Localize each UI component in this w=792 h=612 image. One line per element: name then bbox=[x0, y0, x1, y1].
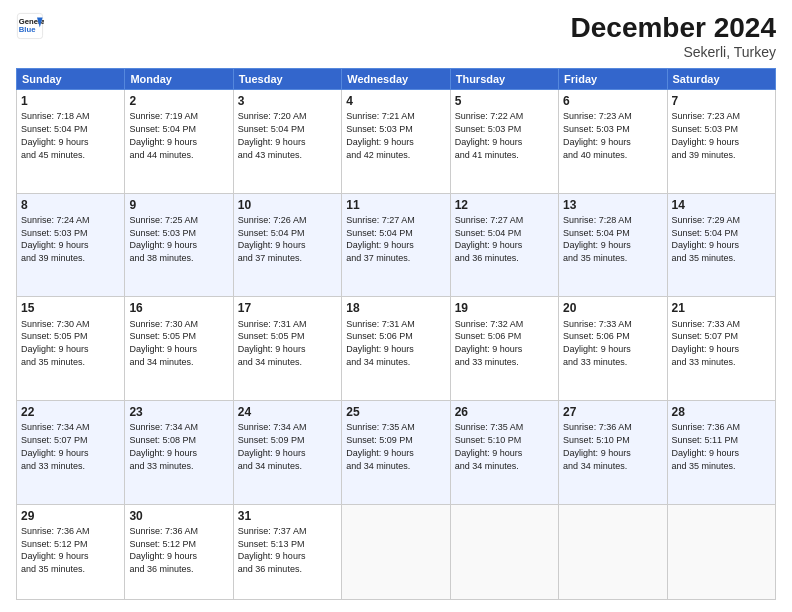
calendar-cell: 22Sunrise: 7:34 AM Sunset: 5:07 PM Dayli… bbox=[17, 400, 125, 504]
logo-icon: General Blue bbox=[16, 12, 44, 40]
weekday-header-row: SundayMondayTuesdayWednesdayThursdayFrid… bbox=[17, 69, 776, 90]
calendar-cell: 1Sunrise: 7:18 AM Sunset: 5:04 PM Daylig… bbox=[17, 90, 125, 194]
day-number: 2 bbox=[129, 93, 228, 109]
day-info: Sunrise: 7:27 AM Sunset: 5:04 PM Dayligh… bbox=[455, 215, 524, 263]
day-info: Sunrise: 7:37 AM Sunset: 5:13 PM Dayligh… bbox=[238, 526, 307, 574]
weekday-thursday: Thursday bbox=[450, 69, 558, 90]
day-info: Sunrise: 7:36 AM Sunset: 5:10 PM Dayligh… bbox=[563, 422, 632, 470]
logo: General Blue bbox=[16, 12, 44, 40]
calendar-cell: 25Sunrise: 7:35 AM Sunset: 5:09 PM Dayli… bbox=[342, 400, 450, 504]
day-number: 24 bbox=[238, 404, 337, 420]
weekday-sunday: Sunday bbox=[17, 69, 125, 90]
day-number: 8 bbox=[21, 197, 120, 213]
calendar-cell: 28Sunrise: 7:36 AM Sunset: 5:11 PM Dayli… bbox=[667, 400, 775, 504]
day-info: Sunrise: 7:36 AM Sunset: 5:12 PM Dayligh… bbox=[129, 526, 198, 574]
calendar-cell: 30Sunrise: 7:36 AM Sunset: 5:12 PM Dayli… bbox=[125, 504, 233, 599]
calendar-cell: 31Sunrise: 7:37 AM Sunset: 5:13 PM Dayli… bbox=[233, 504, 341, 599]
calendar-cell: 17Sunrise: 7:31 AM Sunset: 5:05 PM Dayli… bbox=[233, 297, 341, 401]
day-number: 18 bbox=[346, 300, 445, 316]
day-number: 19 bbox=[455, 300, 554, 316]
day-number: 7 bbox=[672, 93, 771, 109]
calendar-cell: 20Sunrise: 7:33 AM Sunset: 5:06 PM Dayli… bbox=[559, 297, 667, 401]
weekday-friday: Friday bbox=[559, 69, 667, 90]
day-info: Sunrise: 7:30 AM Sunset: 5:05 PM Dayligh… bbox=[129, 319, 198, 367]
calendar-table: SundayMondayTuesdayWednesdayThursdayFrid… bbox=[16, 68, 776, 600]
calendar-cell: 8Sunrise: 7:24 AM Sunset: 5:03 PM Daylig… bbox=[17, 193, 125, 297]
day-info: Sunrise: 7:32 AM Sunset: 5:06 PM Dayligh… bbox=[455, 319, 524, 367]
calendar-cell: 14Sunrise: 7:29 AM Sunset: 5:04 PM Dayli… bbox=[667, 193, 775, 297]
day-number: 31 bbox=[238, 508, 337, 524]
day-info: Sunrise: 7:36 AM Sunset: 5:12 PM Dayligh… bbox=[21, 526, 90, 574]
day-number: 9 bbox=[129, 197, 228, 213]
day-info: Sunrise: 7:19 AM Sunset: 5:04 PM Dayligh… bbox=[129, 111, 198, 159]
day-number: 1 bbox=[21, 93, 120, 109]
day-info: Sunrise: 7:35 AM Sunset: 5:10 PM Dayligh… bbox=[455, 422, 524, 470]
day-info: Sunrise: 7:21 AM Sunset: 5:03 PM Dayligh… bbox=[346, 111, 415, 159]
calendar-cell bbox=[450, 504, 558, 599]
day-number: 30 bbox=[129, 508, 228, 524]
calendar-cell: 15Sunrise: 7:30 AM Sunset: 5:05 PM Dayli… bbox=[17, 297, 125, 401]
day-number: 17 bbox=[238, 300, 337, 316]
day-info: Sunrise: 7:23 AM Sunset: 5:03 PM Dayligh… bbox=[563, 111, 632, 159]
day-number: 23 bbox=[129, 404, 228, 420]
day-number: 6 bbox=[563, 93, 662, 109]
day-info: Sunrise: 7:36 AM Sunset: 5:11 PM Dayligh… bbox=[672, 422, 741, 470]
calendar-cell: 24Sunrise: 7:34 AM Sunset: 5:09 PM Dayli… bbox=[233, 400, 341, 504]
day-number: 29 bbox=[21, 508, 120, 524]
calendar-cell bbox=[559, 504, 667, 599]
day-info: Sunrise: 7:26 AM Sunset: 5:04 PM Dayligh… bbox=[238, 215, 307, 263]
calendar-cell bbox=[667, 504, 775, 599]
day-info: Sunrise: 7:34 AM Sunset: 5:08 PM Dayligh… bbox=[129, 422, 198, 470]
day-number: 22 bbox=[21, 404, 120, 420]
calendar-cell: 9Sunrise: 7:25 AM Sunset: 5:03 PM Daylig… bbox=[125, 193, 233, 297]
calendar-cell: 5Sunrise: 7:22 AM Sunset: 5:03 PM Daylig… bbox=[450, 90, 558, 194]
day-number: 13 bbox=[563, 197, 662, 213]
day-info: Sunrise: 7:23 AM Sunset: 5:03 PM Dayligh… bbox=[672, 111, 741, 159]
day-info: Sunrise: 7:30 AM Sunset: 5:05 PM Dayligh… bbox=[21, 319, 90, 367]
calendar-cell: 10Sunrise: 7:26 AM Sunset: 5:04 PM Dayli… bbox=[233, 193, 341, 297]
calendar-cell: 27Sunrise: 7:36 AM Sunset: 5:10 PM Dayli… bbox=[559, 400, 667, 504]
day-number: 21 bbox=[672, 300, 771, 316]
weekday-wednesday: Wednesday bbox=[342, 69, 450, 90]
day-number: 26 bbox=[455, 404, 554, 420]
weekday-tuesday: Tuesday bbox=[233, 69, 341, 90]
location-subtitle: Sekerli, Turkey bbox=[571, 44, 776, 60]
day-info: Sunrise: 7:31 AM Sunset: 5:06 PM Dayligh… bbox=[346, 319, 415, 367]
day-number: 25 bbox=[346, 404, 445, 420]
day-number: 10 bbox=[238, 197, 337, 213]
calendar-cell: 21Sunrise: 7:33 AM Sunset: 5:07 PM Dayli… bbox=[667, 297, 775, 401]
calendar-cell: 16Sunrise: 7:30 AM Sunset: 5:05 PM Dayli… bbox=[125, 297, 233, 401]
calendar-cell: 6Sunrise: 7:23 AM Sunset: 5:03 PM Daylig… bbox=[559, 90, 667, 194]
calendar-cell: 18Sunrise: 7:31 AM Sunset: 5:06 PM Dayli… bbox=[342, 297, 450, 401]
day-info: Sunrise: 7:25 AM Sunset: 5:03 PM Dayligh… bbox=[129, 215, 198, 263]
weekday-monday: Monday bbox=[125, 69, 233, 90]
day-info: Sunrise: 7:20 AM Sunset: 5:04 PM Dayligh… bbox=[238, 111, 307, 159]
day-info: Sunrise: 7:29 AM Sunset: 5:04 PM Dayligh… bbox=[672, 215, 741, 263]
day-info: Sunrise: 7:27 AM Sunset: 5:04 PM Dayligh… bbox=[346, 215, 415, 263]
title-block: December 2024 Sekerli, Turkey bbox=[571, 12, 776, 60]
calendar-cell bbox=[342, 504, 450, 599]
calendar-cell: 7Sunrise: 7:23 AM Sunset: 5:03 PM Daylig… bbox=[667, 90, 775, 194]
day-info: Sunrise: 7:28 AM Sunset: 5:04 PM Dayligh… bbox=[563, 215, 632, 263]
calendar-cell: 19Sunrise: 7:32 AM Sunset: 5:06 PM Dayli… bbox=[450, 297, 558, 401]
calendar-cell: 13Sunrise: 7:28 AM Sunset: 5:04 PM Dayli… bbox=[559, 193, 667, 297]
day-info: Sunrise: 7:34 AM Sunset: 5:09 PM Dayligh… bbox=[238, 422, 307, 470]
day-number: 5 bbox=[455, 93, 554, 109]
page-header: General Blue December 2024 Sekerli, Turk… bbox=[16, 12, 776, 60]
calendar-cell: 23Sunrise: 7:34 AM Sunset: 5:08 PM Dayli… bbox=[125, 400, 233, 504]
svg-text:Blue: Blue bbox=[19, 25, 36, 34]
day-info: Sunrise: 7:24 AM Sunset: 5:03 PM Dayligh… bbox=[21, 215, 90, 263]
day-info: Sunrise: 7:33 AM Sunset: 5:06 PM Dayligh… bbox=[563, 319, 632, 367]
day-number: 28 bbox=[672, 404, 771, 420]
calendar-cell: 11Sunrise: 7:27 AM Sunset: 5:04 PM Dayli… bbox=[342, 193, 450, 297]
day-info: Sunrise: 7:34 AM Sunset: 5:07 PM Dayligh… bbox=[21, 422, 90, 470]
day-info: Sunrise: 7:22 AM Sunset: 5:03 PM Dayligh… bbox=[455, 111, 524, 159]
day-number: 15 bbox=[21, 300, 120, 316]
day-info: Sunrise: 7:33 AM Sunset: 5:07 PM Dayligh… bbox=[672, 319, 741, 367]
day-number: 3 bbox=[238, 93, 337, 109]
month-title: December 2024 bbox=[571, 12, 776, 44]
day-number: 11 bbox=[346, 197, 445, 213]
day-number: 4 bbox=[346, 93, 445, 109]
day-number: 14 bbox=[672, 197, 771, 213]
day-info: Sunrise: 7:18 AM Sunset: 5:04 PM Dayligh… bbox=[21, 111, 90, 159]
